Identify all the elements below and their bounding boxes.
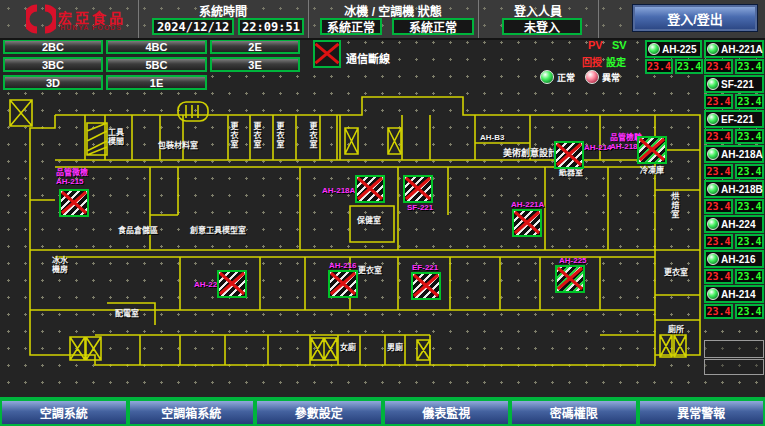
device-label: AH-221A xyxy=(511,200,544,209)
ahu-device-icon[interactable] xyxy=(328,270,358,298)
device-label: AH-218A xyxy=(322,186,355,195)
unit-name: AH-218B xyxy=(721,184,763,195)
unit-name: AH-225 xyxy=(662,44,696,55)
nav-hvac-system[interactable]: 空調系統 xyxy=(0,399,128,426)
divider xyxy=(598,0,599,38)
room-label: 創意工具模型室 xyxy=(190,226,246,235)
nav-meter-monitor[interactable]: 儀表監視 xyxy=(383,399,511,426)
sv-value: 23.4 xyxy=(735,234,764,249)
normal-label: 正常 xyxy=(557,71,575,84)
ahu-device-icon[interactable] xyxy=(411,272,441,300)
zone-button-3bc[interactable]: 3BC xyxy=(3,57,103,72)
unit-block-ah-218a[interactable]: AH-218A 23.423.4 xyxy=(704,145,764,179)
room-label: 冰水 機房 xyxy=(52,256,68,274)
pv-value: 23.4 xyxy=(704,199,733,214)
room-label: 更衣室 xyxy=(229,122,238,149)
room-label: 保健室 xyxy=(357,216,381,225)
sv-value: 23.4 xyxy=(735,269,764,284)
ahu-device-icon[interactable] xyxy=(555,265,585,293)
normal-led-icon xyxy=(540,70,554,84)
nav-alarm[interactable]: 異常警報 xyxy=(638,399,765,426)
login-label: 登入人員 xyxy=(478,2,598,19)
zone-button-3d[interactable]: 3D xyxy=(3,75,103,90)
status-led-icon xyxy=(648,43,660,55)
device-label: 品管微檢 AH-215 xyxy=(56,168,88,186)
brand-name-en: HUNYA FOODS xyxy=(60,24,122,31)
unit-block-ah-225[interactable]: AH-225 23.423.4 xyxy=(645,40,702,74)
unit-block-ah-224[interactable]: AH-224 23.423.4 xyxy=(704,215,764,249)
unit-name: AH-221A xyxy=(721,44,763,55)
zone-button-2e[interactable]: 2E xyxy=(210,39,300,54)
unit-name: AH-224 xyxy=(721,219,755,230)
empty-slot xyxy=(704,340,764,358)
zone-button-1e[interactable]: 1E xyxy=(106,75,207,90)
abnormal-label: 異常 xyxy=(602,71,620,84)
room-label: 廁所 xyxy=(668,325,684,334)
pv-header: PV xyxy=(588,39,603,51)
room-label: 更衣室 xyxy=(308,122,317,149)
unit-block-sf-221[interactable]: SF-221 23.423.4 xyxy=(704,75,764,109)
bottom-nav-bar: 空調系統 空調箱系統 參數設定 儀表監視 密碼權限 異常警報 xyxy=(0,397,765,426)
unit-block-ah-221a[interactable]: AH-221A 23.423.4 xyxy=(704,40,764,74)
machine-status-label: 冰機 / 空調機 狀態 xyxy=(308,2,478,19)
sv-value: 23.4 xyxy=(735,199,764,214)
system-time-value: 22:09:51 xyxy=(238,18,304,35)
ahu-device-icon[interactable] xyxy=(355,175,385,203)
pv-cn-label: 回授 xyxy=(582,54,602,69)
room-label: 男廁 xyxy=(387,343,403,352)
pv-value: 23.4 xyxy=(704,94,733,109)
pv-value: 23.4 xyxy=(704,304,733,319)
unit-name: AH-218A xyxy=(721,149,763,160)
device-label: AH-225 xyxy=(559,256,587,265)
pv-value: 23.4 xyxy=(704,129,733,144)
hmi-screen: 宏亞食品 HUNYA FOODS 系統時間 2024/12/12 22:09:5… xyxy=(0,0,765,426)
zone-button-5bc[interactable]: 5BC xyxy=(106,57,207,72)
ahu-device-icon[interactable] xyxy=(403,175,433,203)
chiller-status-value: 系統正常 xyxy=(320,18,382,35)
sv-value: 23.4 xyxy=(735,59,764,74)
header-bar: 宏亞食品 HUNYA FOODS 系統時間 2024/12/12 22:09:5… xyxy=(0,0,765,40)
nav-password-rights[interactable]: 密碼權限 xyxy=(510,399,638,426)
ahu-device-icon[interactable] xyxy=(512,209,542,237)
unit-block-ah-216[interactable]: AH-216 23.423.4 xyxy=(704,250,764,284)
ahu-device-icon[interactable] xyxy=(554,141,584,169)
unit-block-ah-218b[interactable]: AH-218B 23.423.4 xyxy=(704,180,764,214)
zone-button-2bc[interactable]: 2BC xyxy=(3,39,103,54)
room-label: 更衣室 xyxy=(664,268,688,277)
sv-value: 23.4 xyxy=(735,94,764,109)
ahu-status-value: 系統正常 xyxy=(392,18,474,35)
legend-abnormal: 異常 xyxy=(585,70,620,84)
room-label: 更衣室 xyxy=(275,122,284,149)
pv-value: 23.4 xyxy=(704,59,733,74)
ahu-device-icon[interactable] xyxy=(637,136,667,164)
nav-ahu-system[interactable]: 空調箱系統 xyxy=(128,399,256,426)
login-logout-button[interactable]: 登入/登出 xyxy=(632,4,758,32)
room-label: 包裝材料室 xyxy=(158,141,198,150)
device-label: AH-216 xyxy=(329,261,357,270)
status-led-icon xyxy=(707,43,719,55)
comm-loss-icon xyxy=(313,40,341,68)
unit-block-ah-214[interactable]: AH-214 23.423.4 xyxy=(704,285,764,319)
device-label: AH-214 xyxy=(584,143,612,152)
room-label: 工具 模間 xyxy=(108,128,124,146)
zone-button-4bc[interactable]: 4BC xyxy=(106,39,207,54)
comm-loss-label: 通信斷線 xyxy=(346,50,390,66)
unit-block-ef-221[interactable]: EF-221 23.423.4 xyxy=(704,110,764,144)
ahu-device-icon[interactable] xyxy=(59,189,89,217)
device-label: SF-221 xyxy=(407,203,433,212)
unit-name: SF-221 xyxy=(721,79,754,90)
nav-parameter-set[interactable]: 參數設定 xyxy=(255,399,383,426)
status-led-icon xyxy=(707,78,719,90)
room-label: 烘焙室 xyxy=(670,192,679,219)
ahu-device-icon[interactable] xyxy=(217,270,247,298)
brand-logo-icon xyxy=(26,4,56,34)
room-label: AH-B3 xyxy=(480,133,504,142)
room-label: 冷凍庫 xyxy=(640,166,664,175)
status-led-icon xyxy=(707,253,719,265)
zone-button-3e[interactable]: 3E xyxy=(210,57,300,72)
system-date-value: 2024/12/12 xyxy=(152,18,234,35)
legend-normal: 正常 xyxy=(540,70,575,84)
status-led-icon xyxy=(707,148,719,160)
pv-value: 23.4 xyxy=(645,59,673,74)
room-label: 配電室 xyxy=(115,309,139,318)
